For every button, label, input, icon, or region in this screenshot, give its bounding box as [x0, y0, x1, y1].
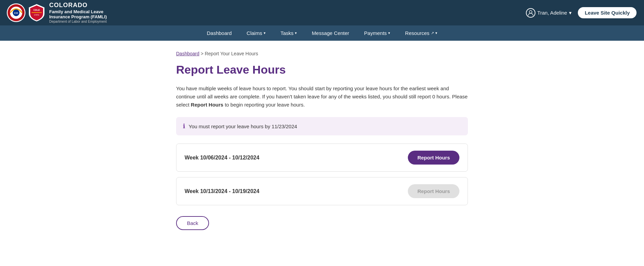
week-2-label: Week 10/13/2024 - 10/19/2024: [185, 188, 259, 194]
svg-text:CO: CO: [14, 12, 18, 15]
page-title: Report Leave Hours: [176, 63, 468, 76]
nav-resources-label: Resources: [405, 30, 430, 36]
breadcrumb-separator: >: [201, 51, 205, 56]
header-left: CO CDLE STATE COLORADO Family and Medica…: [7, 2, 107, 24]
program-line1: Family and Medical Leave: [49, 9, 107, 15]
breadcrumb-current: Report Your Leave Hours: [205, 51, 258, 56]
agency-name: COLORADO: [49, 2, 107, 9]
nav-dashboard[interactable]: Dashboard: [199, 25, 239, 41]
svg-text:STATE: STATE: [34, 14, 39, 16]
nav-resources[interactable]: Resources ↗ ▾: [398, 25, 445, 41]
header-right: Tran, Adeline ▾ Leave Site Quickly: [526, 6, 637, 19]
main-nav: Dashboard Claims ▾ Tasks ▾ Message Cente…: [0, 25, 644, 41]
nav-payments-label: Payments: [364, 30, 387, 36]
resources-arrow-icon: ▾: [435, 31, 437, 35]
nav-claims-label: Claims: [247, 30, 262, 36]
department-name: Department of Labor and Employment: [49, 20, 107, 24]
external-link-icon: ↗: [431, 31, 434, 35]
nav-message-center[interactable]: Message Center: [304, 25, 357, 41]
user-icon: [526, 8, 535, 18]
nav-tasks-label: Tasks: [281, 30, 293, 36]
cdle-logo-icon: CDLE STATE: [28, 3, 45, 22]
site-header: CO CDLE STATE COLORADO Family and Medica…: [0, 0, 644, 25]
leave-site-button[interactable]: Leave Site Quickly: [577, 6, 637, 19]
report-hours-button-2: Report Hours: [408, 184, 459, 198]
user-name: Tran, Adeline: [537, 10, 567, 16]
svg-rect-6: [32, 12, 42, 13]
breadcrumb-dashboard-link[interactable]: Dashboard: [176, 51, 200, 56]
report-hours-button-1[interactable]: Report Hours: [408, 151, 459, 165]
back-button[interactable]: Back: [176, 216, 209, 230]
claims-arrow-icon: ▾: [264, 31, 266, 35]
nav-tasks[interactable]: Tasks ▾: [273, 25, 304, 41]
program-line2: Insurance Program (FAMLI): [49, 14, 107, 20]
logos: CO CDLE STATE: [7, 3, 45, 22]
svg-text:CDLE: CDLE: [33, 9, 40, 11]
svg-point-8: [529, 11, 532, 13]
colorado-seal-icon: CO: [7, 3, 25, 22]
header-text: COLORADO Family and Medical Leave Insura…: [49, 2, 107, 24]
alert-box: ℹ You must report your leave hours by 11…: [176, 117, 468, 135]
week-card-1: Week 10/06/2024 - 10/12/2024 Report Hour…: [176, 144, 468, 172]
breadcrumb: Dashboard > Report Your Leave Hours: [176, 51, 468, 56]
description-suffix: to begin reporting your leave hours.: [225, 102, 305, 108]
payments-arrow-icon: ▾: [388, 31, 390, 35]
user-dropdown-arrow: ▾: [569, 10, 572, 16]
page-description: You have multiple weeks of leave hours t…: [176, 84, 468, 109]
main-content: Dashboard > Report Your Leave Hours Repo…: [169, 41, 475, 250]
week-1-label: Week 10/06/2024 - 10/12/2024: [185, 155, 259, 161]
nav-message-center-label: Message Center: [312, 30, 349, 36]
description-bold: Report Hours: [191, 102, 223, 108]
nav-claims[interactable]: Claims ▾: [239, 25, 273, 41]
alert-text: You must report your leave hours by 11/2…: [189, 124, 297, 129]
nav-payments[interactable]: Payments ▾: [357, 25, 398, 41]
week-card-2: Week 10/13/2024 - 10/19/2024 Report Hour…: [176, 177, 468, 205]
user-account-link[interactable]: Tran, Adeline ▾: [526, 8, 572, 18]
nav-dashboard-label: Dashboard: [207, 30, 231, 36]
tasks-arrow-icon: ▾: [295, 31, 297, 35]
alert-icon: ℹ: [183, 122, 185, 130]
